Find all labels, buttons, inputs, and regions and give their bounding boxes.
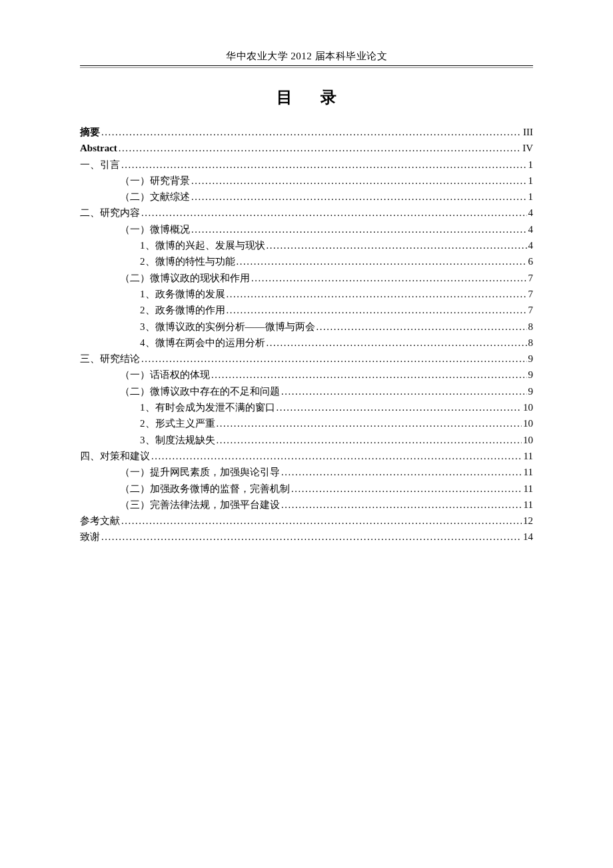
toc-entry: （一）话语权的体现9	[80, 367, 533, 383]
toc-entry-page: 4	[528, 205, 534, 221]
toc-entry-page: 9	[528, 351, 534, 367]
toc-leader-dots	[281, 464, 522, 480]
toc-entry-label: （一）微博概况	[120, 221, 190, 237]
toc-title: 目 录	[80, 87, 533, 108]
toc-leader-dots	[217, 432, 522, 448]
toc-entry: 1、政务微博的发展7	[80, 286, 533, 302]
toc-entry-page: IV	[522, 140, 533, 156]
toc-entry-page: 7	[528, 302, 534, 318]
toc-entry-page: 11	[524, 464, 533, 480]
toc-entry: AbstractIV	[80, 140, 533, 156]
toc-entry-page: 10	[523, 399, 533, 415]
toc-entry-page: 9	[528, 367, 534, 383]
toc-entry: 参考文献12	[80, 513, 533, 529]
toc-leader-dots	[237, 253, 527, 269]
toc-entry: 二、研究内容4	[80, 205, 533, 221]
toc-entry-label: （三）完善法律法规，加强平台建设	[120, 497, 280, 513]
toc-leader-dots	[119, 140, 521, 156]
table-of-contents: 摘要IIIAbstractIV一、引言1（一）研究背景1（二）文献综述1二、研究…	[80, 124, 533, 545]
toc-entry-label: 1、有时会成为发泄不满的窗口	[140, 399, 275, 415]
toc-entry-label: 4、微博在两会中的运用分析	[140, 335, 265, 351]
toc-leader-dots	[141, 205, 527, 221]
toc-entry-label: 2、微博的特性与功能	[140, 253, 235, 269]
toc-leader-dots	[217, 415, 522, 431]
toc-entry: （三）完善法律法规，加强平台建设11	[80, 497, 533, 513]
toc-entry: 2、政务微博的作用7	[80, 302, 533, 318]
toc-entry-label: 四、对策和建议	[80, 448, 150, 464]
toc-leader-dots	[141, 351, 527, 367]
toc-entry: 致谢14	[80, 529, 533, 545]
toc-entry-page: 8	[528, 319, 534, 335]
toc-entry-label: 三、研究结论	[80, 351, 140, 367]
toc-entry: （一）微博概况4	[80, 221, 533, 237]
toc-leader-dots	[191, 221, 527, 237]
toc-entry: （一）研究背景1	[80, 173, 533, 189]
toc-entry-page: 8	[528, 335, 534, 351]
header-rule-thick	[80, 65, 533, 66]
page-header: 华中农业大学 2012 届本科毕业论文	[80, 50, 533, 65]
toc-leader-dots	[267, 335, 527, 351]
toc-entry-page: III	[523, 124, 533, 140]
toc-entry-label: （二）微博议政的现状和作用	[120, 270, 250, 286]
toc-leader-dots	[281, 383, 527, 399]
toc-entry-page: 4	[528, 237, 534, 253]
toc-leader-dots	[191, 189, 527, 205]
toc-leader-dots	[121, 157, 527, 173]
toc-entry-label: 一、引言	[80, 157, 120, 173]
toc-entry-label: 2、政务微博的作用	[140, 302, 225, 318]
toc-entry-page: 10	[523, 415, 533, 431]
toc-entry: 摘要III	[80, 124, 533, 140]
toc-leader-dots	[151, 448, 522, 464]
toc-entry-label: 参考文献	[80, 513, 120, 529]
toc-leader-dots	[281, 497, 522, 513]
toc-leader-dots	[277, 399, 522, 415]
toc-entry-label: （一）研究背景	[120, 173, 190, 189]
toc-leader-dots	[121, 513, 522, 529]
toc-entry-label: （二）文献综述	[120, 189, 190, 205]
toc-entry-page: 4	[528, 221, 534, 237]
toc-entry: 4、微博在两会中的运用分析8	[80, 335, 533, 351]
toc-entry-page: 9	[528, 383, 534, 399]
toc-entry-page: 1	[528, 157, 534, 173]
toc-leader-dots	[101, 529, 522, 545]
toc-entry-label: （二）加强政务微博的监督，完善机制	[120, 481, 290, 497]
header-rule-thin	[80, 67, 533, 68]
toc-entry: （二）微博议政的现状和作用7	[80, 270, 533, 286]
toc-entry-page: 11	[524, 481, 533, 497]
toc-leader-dots	[267, 237, 527, 253]
toc-leader-dots	[191, 173, 527, 189]
toc-leader-dots	[227, 302, 527, 318]
toc-entry: （二）文献综述1	[80, 189, 533, 205]
toc-entry: 一、引言1	[80, 157, 533, 173]
toc-entry-label: 2、形式主义严重	[140, 415, 215, 431]
toc-entry: （二）微博议政中存在的不足和问题9	[80, 383, 533, 399]
toc-leader-dots	[227, 286, 527, 302]
toc-entry: 3、制度法规缺失10	[80, 432, 533, 448]
toc-entry-label: 致谢	[80, 529, 100, 545]
toc-entry-page: 14	[523, 529, 533, 545]
toc-entry-page: 11	[524, 448, 533, 464]
toc-leader-dots	[251, 270, 527, 286]
toc-entry-label: 二、研究内容	[80, 205, 140, 221]
toc-entry-label: 3、制度法规缺失	[140, 432, 215, 448]
toc-entry-page: 10	[523, 432, 533, 448]
toc-entry-label: （一）提升网民素质，加强舆论引导	[120, 464, 280, 480]
toc-entry-page: 1	[528, 189, 534, 205]
toc-leader-dots	[291, 481, 522, 497]
toc-entry: 1、有时会成为发泄不满的窗口10	[80, 399, 533, 415]
toc-entry-label: Abstract	[80, 140, 117, 156]
toc-entry-page: 7	[528, 270, 534, 286]
toc-entry: （一）提升网民素质，加强舆论引导11	[80, 464, 533, 480]
toc-entry-label: （二）微博议政中存在的不足和问题	[120, 383, 280, 399]
toc-entry: 2、形式主义严重10	[80, 415, 533, 431]
toc-entry: 2、微博的特性与功能6	[80, 253, 533, 269]
toc-entry-label: 1、微博的兴起、发展与现状	[140, 237, 265, 253]
toc-leader-dots	[316, 319, 527, 335]
toc-entry: 四、对策和建议11	[80, 448, 533, 464]
toc-entry-page: 12	[523, 513, 533, 529]
toc-entry-label: 1、政务微博的发展	[140, 286, 225, 302]
toc-entry: 三、研究结论9	[80, 351, 533, 367]
toc-entry-label: 3、微博议政的实例分析——微博与两会	[140, 319, 315, 335]
toc-entry-label: 摘要	[80, 124, 100, 140]
toc-entry: 3、微博议政的实例分析——微博与两会8	[80, 319, 533, 335]
